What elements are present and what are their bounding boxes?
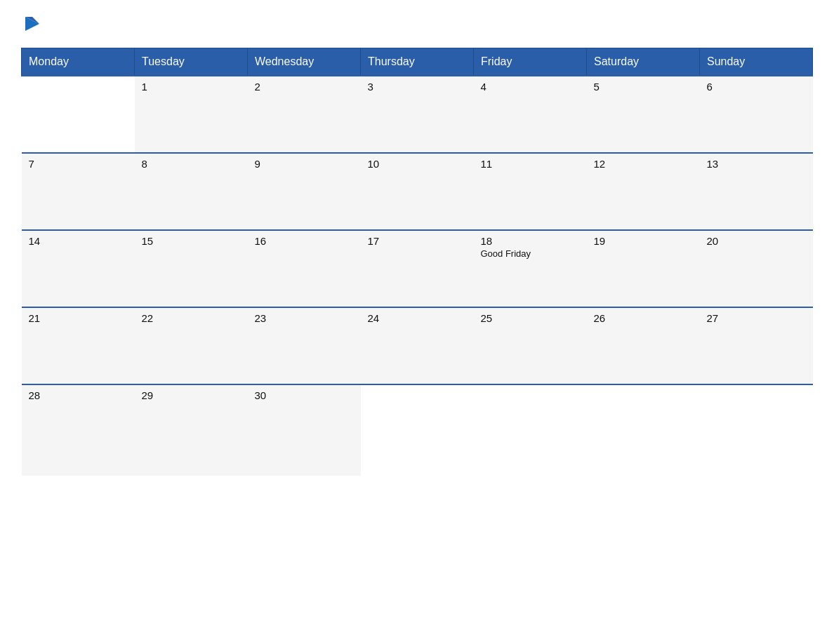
calendar-day-cell: 30 [248, 384, 361, 476]
calendar-day-cell [700, 384, 813, 476]
calendar-day-cell: 9 [248, 153, 361, 230]
logo [21, 14, 42, 35]
day-number: 7 [29, 158, 128, 170]
day-number: 17 [368, 235, 467, 247]
calendar-day-cell: 8 [135, 153, 248, 230]
calendar-header-row: MondayTuesdayWednesdayThursdayFridaySatu… [22, 48, 813, 76]
day-number: 1 [142, 81, 241, 93]
calendar-day-cell: 23 [248, 307, 361, 384]
day-number: 10 [368, 158, 467, 170]
calendar-day-cell: 17 [361, 230, 474, 307]
logo-icon [22, 14, 42, 34]
calendar-day-cell [587, 384, 700, 476]
calendar-day-cell: 28 [22, 384, 135, 476]
day-number: 22 [142, 312, 241, 324]
day-number: 11 [481, 158, 580, 170]
day-number: 8 [142, 158, 241, 170]
calendar-day-cell: 16 [248, 230, 361, 307]
day-number: 16 [255, 235, 354, 247]
calendar-week-row: 78910111213 [22, 153, 813, 230]
calendar-day-cell: 19 [587, 230, 700, 307]
calendar-week-row: 1415161718Good Friday1920 [22, 230, 813, 307]
calendar-day-cell: 29 [135, 384, 248, 476]
calendar-day-cell: 13 [700, 153, 813, 230]
day-number: 21 [29, 312, 128, 324]
calendar-day-cell [361, 384, 474, 476]
calendar-day-cell [22, 76, 135, 153]
day-number: 14 [29, 235, 128, 247]
day-number: 4 [481, 81, 580, 93]
calendar-table: MondayTuesdayWednesdayThursdayFridaySatu… [21, 48, 813, 476]
day-number: 3 [368, 81, 467, 93]
calendar-day-cell: 10 [361, 153, 474, 230]
day-number: 9 [255, 158, 354, 170]
page-header [21, 14, 813, 35]
calendar-day-cell: 2 [248, 76, 361, 153]
calendar-day-cell: 18Good Friday [474, 230, 587, 307]
day-number: 24 [368, 312, 467, 324]
event-label: Good Friday [481, 248, 580, 259]
day-number: 26 [594, 312, 693, 324]
calendar-day-cell: 12 [587, 153, 700, 230]
calendar-day-cell: 22 [135, 307, 248, 384]
calendar-day-cell: 26 [587, 307, 700, 384]
day-number: 6 [707, 81, 806, 93]
calendar-day-cell: 5 [587, 76, 700, 153]
day-number: 20 [707, 235, 806, 247]
weekday-header-tuesday: Tuesday [135, 48, 248, 76]
day-number: 28 [29, 389, 128, 401]
day-number: 15 [142, 235, 241, 247]
day-number: 25 [481, 312, 580, 324]
weekday-header-thursday: Thursday [361, 48, 474, 76]
calendar-day-cell [474, 384, 587, 476]
calendar-week-row: 21222324252627 [22, 307, 813, 384]
day-number: 27 [707, 312, 806, 324]
weekday-header-saturday: Saturday [587, 48, 700, 76]
weekday-header-sunday: Sunday [700, 48, 813, 76]
day-number: 5 [594, 81, 693, 93]
calendar-week-row: 282930 [22, 384, 813, 476]
calendar-day-cell: 1 [135, 76, 248, 153]
calendar-day-cell: 6 [700, 76, 813, 153]
day-number: 2 [255, 81, 354, 93]
day-number: 12 [594, 158, 693, 170]
calendar-day-cell: 21 [22, 307, 135, 384]
day-number: 19 [594, 235, 693, 247]
calendar-day-cell: 24 [361, 307, 474, 384]
day-number: 30 [255, 389, 354, 401]
calendar-day-cell: 3 [361, 76, 474, 153]
calendar-day-cell: 14 [22, 230, 135, 307]
calendar-week-row: 123456 [22, 76, 813, 153]
day-number: 29 [142, 389, 241, 401]
calendar-day-cell: 20 [700, 230, 813, 307]
weekday-header-monday: Monday [22, 48, 135, 76]
day-number: 23 [255, 312, 354, 324]
weekday-header-friday: Friday [474, 48, 587, 76]
day-number: 18 [481, 235, 580, 247]
weekday-header-wednesday: Wednesday [248, 48, 361, 76]
calendar-day-cell: 4 [474, 76, 587, 153]
calendar-day-cell: 7 [22, 153, 135, 230]
day-number: 13 [707, 158, 806, 170]
calendar-day-cell: 27 [700, 307, 813, 384]
calendar-day-cell: 11 [474, 153, 587, 230]
calendar-day-cell: 15 [135, 230, 248, 307]
calendar-day-cell: 25 [474, 307, 587, 384]
